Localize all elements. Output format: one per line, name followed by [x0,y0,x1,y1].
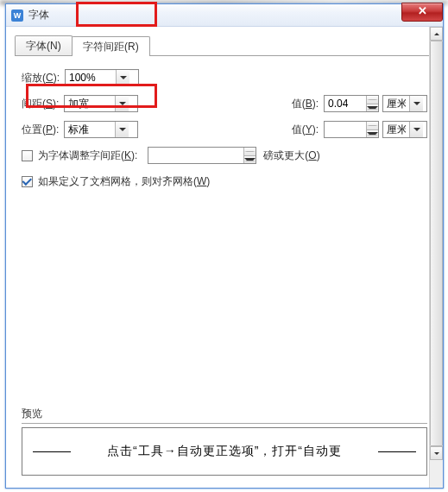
value-y-label: 值(Y): [292,123,319,137]
vertical-scrollbar[interactable] [429,27,443,488]
row-position: 位置(P): 值(Y): [22,120,427,139]
preview-rule-left [33,451,71,452]
unit-y-combo[interactable] [382,121,427,138]
chevron-down-icon [119,128,126,131]
arrow-down-icon [367,106,378,110]
snap-grid-checkbox[interactable] [22,176,33,187]
app-icon: W [11,9,23,22]
dialog-title: 字体 [28,8,49,22]
scroll-up-button[interactable] [430,27,443,41]
chevron-down-icon [119,102,126,105]
preview-label: 预览 [22,407,427,424]
tab-font[interactable]: 字体(N) [15,35,73,55]
row-snap-grid: 如果定义了文档网格，则对齐网格(W) [22,172,427,191]
spacing-combo[interactable] [64,95,138,112]
value-b-spinner[interactable] [324,95,379,112]
preview-box: 点击“工具→自动更正选项”，打开“自动更 [22,427,427,476]
value-b-down[interactable] [367,104,378,112]
scale-combo[interactable] [65,69,139,86]
position-dropdown-button[interactable] [115,122,129,137]
preview-rule-right [378,451,416,452]
kerning-label: 为字体调整字间距(K): [38,148,137,163]
kerning-up[interactable] [244,148,256,156]
unit-y-input[interactable] [383,122,409,137]
row-spacing: 间距(S): 值(B): [22,94,427,113]
font-dialog: W 字体 ✕ 字体(N) 字符间距(R) 缩放(C): 间距(S): [5,3,444,489]
dialog-body: 缩放(C): 间距(S): 值(B): [6,56,443,191]
kerning-checkbox[interactable] [22,150,33,161]
row-kerning: 为字体调整字间距(K): 磅或更大(O) [22,146,427,165]
unit-b-input[interactable] [383,96,409,111]
arrow-up-icon [367,125,378,126]
snap-grid-label: 如果定义了文档网格，则对齐网格(W) [38,174,210,189]
kerning-input[interactable] [148,148,243,163]
kerning-down[interactable] [244,156,256,164]
preview-text: 点击“工具→自动更正选项”，打开“自动更 [107,444,342,459]
value-b-input[interactable] [325,96,366,111]
value-b-label: 值(B): [292,97,319,111]
titlebar[interactable]: W 字体 ✕ [6,4,443,27]
value-y-up[interactable] [367,122,378,130]
chevron-down-icon [120,76,127,79]
arrow-down-icon [244,158,256,161]
spacing-input[interactable] [65,96,115,111]
preview-section: 预览 点击“工具→自动更正选项”，打开“自动更 [22,407,427,476]
close-button[interactable]: ✕ [401,3,443,22]
chevron-down-icon [413,128,420,131]
kerning-unit: 磅或更大(O) [263,148,319,163]
tab-bar: 字体(N) 字符间距(R) [15,35,434,56]
scroll-thumb[interactable] [430,41,443,446]
scale-label: 缩放(C): [22,71,60,85]
unit-y-dropdown[interactable] [409,122,423,137]
arrow-down-icon [434,452,439,455]
unit-b-dropdown[interactable] [409,96,423,111]
position-combo[interactable] [64,121,138,138]
kerning-spinner[interactable] [148,147,256,164]
unit-b-combo[interactable] [382,95,427,112]
spacing-label: 间距(S): [22,97,59,111]
arrow-up-icon [244,151,256,152]
scroll-down-button[interactable] [430,446,443,460]
value-b-up[interactable] [367,96,378,104]
tab-char-spacing[interactable]: 字符间距(R) [72,36,150,56]
arrow-up-icon [434,33,439,35]
spacing-dropdown-button[interactable] [115,96,129,111]
arrow-down-icon [367,132,378,136]
value-y-down[interactable] [367,130,378,138]
value-y-spinner[interactable] [324,121,379,138]
chevron-down-icon [413,102,420,105]
scale-dropdown-button[interactable] [116,70,129,85]
position-label: 位置(P): [22,123,59,137]
arrow-up-icon [367,99,378,100]
row-scale: 缩放(C): [22,68,427,87]
position-input[interactable] [65,122,115,137]
scale-input[interactable] [66,70,116,85]
close-icon: ✕ [418,4,427,17]
value-y-input[interactable] [325,122,366,137]
